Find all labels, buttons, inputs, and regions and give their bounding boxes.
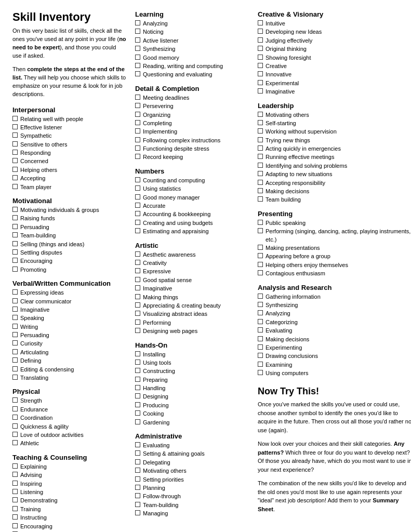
list-item[interactable]: Acting quickly in emergencies: [258, 145, 411, 153]
list-item[interactable]: Innovative: [258, 71, 411, 78]
list-item[interactable]: Counting and computing: [135, 177, 249, 184]
list-item[interactable]: Effective listener: [12, 124, 127, 131]
list-item[interactable]: Accepting responsibility: [258, 179, 411, 187]
checkbox[interactable]: [135, 194, 140, 200]
checkbox[interactable]: [258, 128, 263, 134]
list-item[interactable]: Coordination: [12, 414, 127, 422]
checkbox[interactable]: [12, 375, 18, 380]
checkbox[interactable]: [135, 260, 140, 265]
checkbox[interactable]: [258, 188, 263, 193]
checkbox[interactable]: [12, 184, 18, 189]
checkbox[interactable]: [12, 366, 18, 371]
checkbox[interactable]: [135, 393, 140, 398]
list-item[interactable]: Helping others enjoy themselves: [258, 261, 411, 269]
checkbox[interactable]: [258, 37, 263, 43]
list-item[interactable]: Delegating: [135, 459, 249, 467]
list-item[interactable]: Making decisions: [258, 188, 411, 195]
list-item[interactable]: Working without supervision: [258, 128, 411, 136]
checkbox[interactable]: [135, 442, 140, 447]
list-item[interactable]: Expressing ideas: [12, 289, 127, 297]
checkbox[interactable]: [135, 320, 140, 325]
checkbox[interactable]: [258, 302, 263, 307]
checkbox[interactable]: [135, 128, 140, 134]
list-item[interactable]: Using statistics: [135, 185, 249, 193]
checkbox[interactable]: [135, 137, 140, 142]
list-item[interactable]: Strength: [12, 397, 127, 405]
checkbox[interactable]: [12, 207, 18, 212]
list-item[interactable]: Inspiring: [12, 480, 127, 488]
list-item[interactable]: Curiosity: [12, 340, 127, 348]
list-item[interactable]: Quickness & agility: [12, 423, 127, 431]
list-item[interactable]: Meeting deadlines: [135, 94, 249, 102]
checkbox[interactable]: [258, 46, 263, 51]
checkbox[interactable]: [12, 307, 18, 312]
list-item[interactable]: Noticing: [135, 28, 249, 36]
checkbox[interactable]: [135, 385, 140, 390]
checkbox[interactable]: [135, 302, 140, 308]
list-item[interactable]: Appearing before a group: [258, 252, 411, 260]
checkbox[interactable]: [135, 493, 140, 498]
checkbox[interactable]: [12, 289, 18, 295]
list-item[interactable]: Speaking: [12, 314, 127, 322]
checkbox[interactable]: [135, 154, 140, 159]
list-item[interactable]: Listening: [12, 488, 127, 496]
checkbox[interactable]: [258, 20, 263, 25]
list-item[interactable]: Sensitive to others: [12, 141, 127, 149]
list-item[interactable]: Translating: [12, 374, 127, 382]
checkbox[interactable]: [258, 310, 263, 315]
list-item[interactable]: Responding: [12, 149, 127, 157]
list-item[interactable]: Preparing: [135, 376, 249, 384]
list-item[interactable]: Identifying and solving problems: [258, 162, 411, 170]
checkbox[interactable]: [258, 137, 263, 142]
list-item[interactable]: Helping others: [12, 166, 127, 174]
list-item[interactable]: Active listener: [135, 37, 249, 45]
list-item[interactable]: Setting & attaining goals: [135, 450, 249, 458]
checkbox[interactable]: [12, 298, 18, 303]
list-item[interactable]: Settling disputes: [12, 249, 127, 257]
checkbox[interactable]: [135, 368, 140, 373]
list-item[interactable]: Cooking: [135, 410, 249, 418]
checkbox[interactable]: [135, 294, 140, 299]
checkbox[interactable]: [12, 340, 18, 345]
checkbox[interactable]: [12, 324, 18, 329]
checkbox[interactable]: [135, 185, 140, 191]
list-item[interactable]: Accounting & bookkeeping: [135, 210, 249, 218]
list-item[interactable]: Imaginative: [258, 88, 411, 96]
list-item[interactable]: Love of outdoor activities: [12, 431, 127, 439]
checkbox[interactable]: [12, 215, 18, 220]
list-item[interactable]: Creating and using budgets: [135, 219, 249, 227]
list-item[interactable]: Setting priorities: [135, 476, 249, 484]
list-item[interactable]: Articulating: [12, 349, 127, 356]
checkbox[interactable]: [135, 402, 140, 407]
checkbox[interactable]: [135, 95, 140, 100]
checkbox[interactable]: [135, 71, 140, 76]
checkbox[interactable]: [135, 55, 140, 60]
checkbox[interactable]: [135, 510, 140, 515]
checkbox[interactable]: [12, 463, 18, 469]
checkbox[interactable]: [258, 120, 263, 125]
list-item[interactable]: Planning: [135, 484, 249, 492]
list-item[interactable]: Performing (singing, dancing, acting, pl…: [258, 228, 411, 244]
checkbox[interactable]: [12, 267, 18, 272]
list-item[interactable]: Managing: [135, 510, 249, 517]
list-item[interactable]: Producing: [135, 402, 249, 409]
checkbox[interactable]: [135, 360, 140, 365]
list-item[interactable]: Persuading: [12, 223, 127, 231]
checkbox[interactable]: [135, 410, 140, 416]
list-item[interactable]: Adapting to new situations: [258, 170, 411, 178]
list-item[interactable]: Using computers: [258, 369, 411, 377]
list-item[interactable]: Editing & condensing: [12, 366, 127, 374]
checkbox[interactable]: [12, 150, 18, 155]
list-item[interactable]: Gathering information: [258, 293, 411, 301]
checkbox[interactable]: [12, 406, 18, 411]
list-item[interactable]: Experimenting: [258, 344, 411, 352]
list-item[interactable]: Persuading: [12, 331, 127, 339]
checkbox[interactable]: [12, 124, 18, 129]
list-item[interactable]: Training: [12, 506, 127, 513]
checkbox[interactable]: [258, 171, 263, 176]
list-item[interactable]: Creative: [258, 62, 411, 70]
list-item[interactable]: Developing new Ideas: [258, 28, 411, 36]
checkbox[interactable]: [12, 506, 18, 511]
list-item[interactable]: Raising funds: [12, 215, 127, 222]
list-item[interactable]: Following complex instructions: [135, 137, 249, 144]
